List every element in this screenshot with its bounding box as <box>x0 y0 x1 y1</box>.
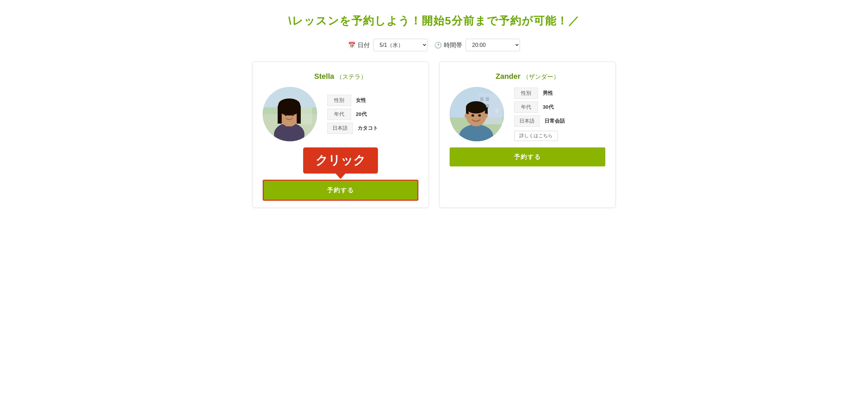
stella-info-table: 性別 女性 年代 20代 日本語 カタコト <box>327 95 418 134</box>
stella-book-button[interactable]: 予約する <box>263 180 418 201</box>
stella-book-wrapper: クリック 予約する <box>263 147 418 201</box>
date-label: 日付 <box>358 41 370 49</box>
zander-detail-row: 詳しくはこちら <box>514 129 605 141</box>
instructor-card-zander: Zander （ザンダー） <box>439 61 616 208</box>
zander-gender-row: 性別 男性 <box>514 88 605 99</box>
svg-rect-20 <box>486 97 489 101</box>
stella-japanese-row: 日本語 カタコト <box>327 123 418 134</box>
date-select[interactable]: 5/1（水） <box>373 39 428 51</box>
zander-card-body: 性別 男性 年代 30代 日本語 日常会話 詳しくはこちら <box>450 87 605 141</box>
click-badge: クリック <box>303 147 378 174</box>
instructors-list: Stella （ステラ） <box>230 61 638 208</box>
svg-point-33 <box>478 114 481 117</box>
time-label: 時間帯 <box>444 41 462 49</box>
filters-row: 📅 日付 5/1（水） 🕐 時間帯 20:00 <box>348 39 520 51</box>
time-select[interactable]: 20:00 <box>466 39 520 51</box>
svg-rect-10 <box>278 107 282 124</box>
svg-point-14 <box>291 114 294 116</box>
zander-avatar <box>450 87 504 141</box>
stella-avatar <box>263 87 317 141</box>
svg-point-15 <box>288 123 290 125</box>
svg-rect-29 <box>485 107 488 114</box>
svg-point-32 <box>471 114 474 117</box>
instructor-name-zander: Zander （ザンダー） <box>496 72 559 81</box>
date-filter-group: 📅 日付 5/1（水） <box>348 39 428 51</box>
calendar-icon: 📅 日付 <box>348 41 370 49</box>
svg-rect-11 <box>297 107 301 124</box>
svg-point-31 <box>484 113 488 118</box>
zander-book-button[interactable]: 予約する <box>450 147 605 166</box>
page-title: \レッスンを予約しよう！開始5分前まで予約が可能！／ <box>288 14 580 29</box>
stella-age-row: 年代 20代 <box>327 109 418 120</box>
zander-japanese-row: 日本語 日常会話 <box>514 115 605 127</box>
page-container: \レッスンを予約しよう！開始5分前まで予約が可能！／ 📅 日付 5/1（水） 🕐… <box>230 14 638 208</box>
time-filter-group: 🕐 時間帯 20:00 <box>434 39 520 51</box>
svg-rect-19 <box>480 97 484 101</box>
instructor-card-stella: Stella （ステラ） <box>252 61 429 208</box>
clock-icon: 🕐 時間帯 <box>434 41 462 49</box>
instructor-name-stella: Stella （ステラ） <box>314 72 367 81</box>
svg-point-13 <box>284 114 287 116</box>
svg-point-12 <box>278 99 300 111</box>
svg-point-30 <box>465 113 468 118</box>
svg-point-23 <box>495 109 499 113</box>
svg-point-27 <box>466 101 486 113</box>
zander-age-row: 年代 30代 <box>514 102 605 113</box>
svg-rect-28 <box>466 107 469 114</box>
zander-info-table: 性別 男性 年代 30代 日本語 日常会話 詳しくはこちら <box>514 88 605 141</box>
stella-card-body: 性別 女性 年代 20代 日本語 カタコト <box>263 87 418 141</box>
stella-gender-row: 性別 女性 <box>327 95 418 106</box>
zander-detail-button[interactable]: 詳しくはこちら <box>514 131 558 141</box>
